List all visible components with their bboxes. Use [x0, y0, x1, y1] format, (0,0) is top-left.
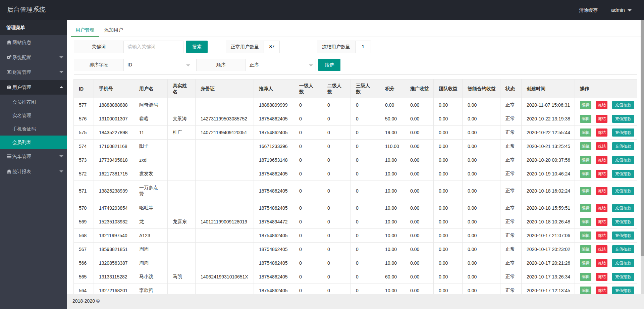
svg-text:1: 1 [8, 71, 10, 73]
